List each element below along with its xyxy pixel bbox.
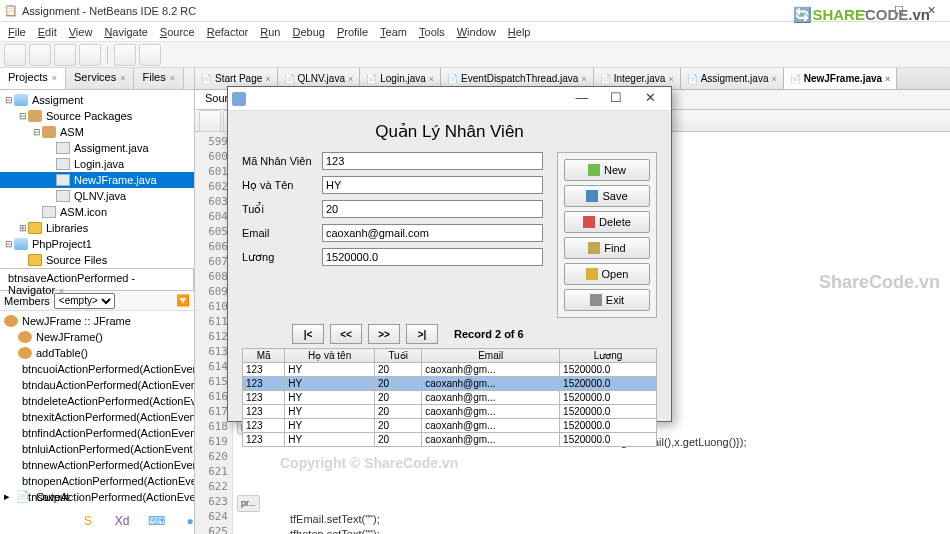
menu-navigate[interactable]: Navigate	[98, 24, 153, 40]
table-row[interactable]: 123HY20caoxanh@gm...1520000.0	[243, 363, 657, 377]
tree-item[interactable]: ⊟ASM	[0, 124, 194, 140]
dialog-button-panel: NewSaveDeleteFindOpenExit	[557, 152, 657, 318]
nav-item[interactable]: btnopenActionPerformed(ActionEvent evt)	[0, 473, 194, 489]
field-label: Lương	[242, 251, 322, 264]
new-file-button[interactable]	[4, 44, 26, 66]
table-row[interactable]: 123HY20caoxanh@gm...1520000.0	[243, 391, 657, 405]
nav-button[interactable]: <<	[330, 324, 362, 344]
dialog-icon	[232, 92, 246, 106]
taskbar-app-3[interactable]: ⌨	[140, 509, 172, 533]
menu-tools[interactable]: Tools	[413, 24, 451, 40]
menu-profile[interactable]: Profile	[331, 24, 374, 40]
nav-item[interactable]: btncuoiActionPerformed(ActionEvent evt)	[0, 361, 194, 377]
open-button[interactable]: Open	[564, 263, 650, 285]
panel-tab-services[interactable]: Services×	[66, 68, 134, 89]
table-row[interactable]: 123HY20caoxanh@gm...1520000.0	[243, 419, 657, 433]
table-header[interactable]: Mã	[243, 349, 285, 363]
exit-button[interactable]: Exit	[564, 289, 650, 311]
record-label: Record 2 of 6	[454, 328, 524, 340]
menu-debug[interactable]: Debug	[286, 24, 330, 40]
field-label: Mã Nhân Viên	[242, 155, 322, 167]
table-row[interactable]: 123HY20caoxanh@gm...1520000.0	[243, 405, 657, 419]
delete-button[interactable]: Delete	[564, 211, 650, 233]
taskbar-app-2[interactable]: Xd	[106, 509, 138, 533]
nav-button[interactable]: >>	[368, 324, 400, 344]
dialog-heading: Quản Lý Nhân Viên	[242, 121, 657, 142]
nav-item[interactable]: addTable()	[0, 345, 194, 361]
tree-item[interactable]: Assigment.java	[0, 140, 194, 156]
field-input[interactable]	[322, 248, 543, 266]
nav-item[interactable]: btnluiActionPerformed(ActionEvent evt)	[0, 441, 194, 457]
tree-item[interactable]: QLNV.java	[0, 188, 194, 204]
table-header[interactable]: Tuối	[374, 349, 421, 363]
nav-item[interactable]: NewJFrame :: JFrame	[0, 313, 194, 329]
window-title: Assignment - NetBeans IDE 8.2 RC	[22, 5, 852, 17]
new-button[interactable]: New	[564, 159, 650, 181]
employee-table[interactable]: MãHọ và tênTuốiEmailLương 123HY20caoxanh…	[242, 348, 657, 447]
panel-tab-files[interactable]: Files×	[134, 68, 184, 89]
save-all-button[interactable]	[79, 44, 101, 66]
menu-file[interactable]: File	[2, 24, 32, 40]
history-button[interactable]	[199, 110, 221, 132]
tree-item[interactable]: ASM.icon	[0, 204, 194, 220]
tree-item[interactable]: ⊞Libraries	[0, 220, 194, 236]
menu-source[interactable]: Source	[154, 24, 201, 40]
menu-run[interactable]: Run	[254, 24, 286, 40]
table-row[interactable]: 123HY20caoxanh@gm...1520000.0	[243, 377, 657, 391]
dialog-maximize[interactable]: ☐	[599, 89, 633, 109]
branding-logo: 🔄SHARECODE.vn	[793, 6, 930, 24]
nav-button[interactable]: >|	[406, 324, 438, 344]
find-button[interactable]: Find	[564, 237, 650, 259]
open-button[interactable]	[54, 44, 76, 66]
table-row[interactable]: 123HY20caoxanh@gm...1520000.0	[243, 433, 657, 447]
menu-team[interactable]: Team	[374, 24, 413, 40]
output-expand-icon[interactable]: ▸	[4, 490, 10, 503]
editor-tab[interactable]: 📄NewJFrame.java×	[784, 68, 898, 89]
field-input[interactable]	[322, 152, 543, 170]
new-project-button[interactable]	[29, 44, 51, 66]
menu-help[interactable]: Help	[502, 24, 537, 40]
redo-button[interactable]	[139, 44, 161, 66]
dialog-close[interactable]: ✕	[633, 89, 667, 109]
employee-dialog: — ☐ ✕ Quản Lý Nhân Viên Mã Nhân ViênHọ v…	[227, 86, 672, 422]
tree-item[interactable]: Source Files	[0, 252, 194, 268]
table-header[interactable]: Email	[422, 349, 560, 363]
nav-item[interactable]: btnfindActionPerformed(ActionEvent evt)	[0, 425, 194, 441]
menu-refactor[interactable]: Refactor	[201, 24, 255, 40]
start-button[interactable]: ⊞	[4, 509, 36, 533]
field-label: Tuổi	[242, 203, 322, 216]
tree-item[interactable]: Login.java	[0, 156, 194, 172]
nav-item[interactable]: btnnewActionPerformed(ActionEvent evt)	[0, 457, 194, 473]
taskbar-app-1[interactable]: S	[72, 509, 104, 533]
menu-edit[interactable]: Edit	[32, 24, 63, 40]
panel-tab-projects[interactable]: Projects×	[0, 68, 66, 89]
menu-view[interactable]: View	[63, 24, 99, 40]
table-header[interactable]: Lương	[560, 349, 657, 363]
tree-item[interactable]: ⊟Source Packages	[0, 108, 194, 124]
save-button[interactable]: Save	[564, 185, 650, 207]
undo-button[interactable]	[114, 44, 136, 66]
editor-tab[interactable]: 📄Assigment.java×	[681, 68, 784, 89]
field-input[interactable]	[322, 224, 543, 242]
navigator-tab[interactable]: btnsaveActionPerformed - Navigator×	[0, 269, 194, 290]
menubar: FileEditViewNavigateSourceRefactorRunDeb…	[0, 22, 950, 42]
output-label[interactable]: Output	[36, 491, 69, 503]
project-tree[interactable]: ⊟Assigment⊟Source Packages⊟ASMAssigment.…	[0, 90, 194, 268]
nav-item[interactable]: NewJFrame()	[0, 329, 194, 345]
nav-item[interactable]: btndeleteActionPerformed(ActionEvent evt…	[0, 393, 194, 409]
tree-item[interactable]: ⊟Assigment	[0, 92, 194, 108]
tree-item[interactable]: ⊟PhpProject1	[0, 236, 194, 252]
menu-window[interactable]: Window	[451, 24, 502, 40]
field-input[interactable]	[322, 200, 543, 218]
dialog-minimize[interactable]: —	[565, 89, 599, 109]
nav-item[interactable]: btndauActionPerformed(ActionEvent evt)	[0, 377, 194, 393]
tree-item[interactable]: NewJFrame.java	[0, 172, 194, 188]
field-input[interactable]	[322, 176, 543, 194]
nav-item[interactable]: btnexitActionPerformed(ActionEvent evt)	[0, 409, 194, 425]
field-label: Họ và Tên	[242, 179, 322, 192]
task-view[interactable]: ▭	[38, 509, 70, 533]
filter-icon[interactable]: 🔽	[176, 294, 190, 307]
table-header[interactable]: Họ và tên	[285, 349, 375, 363]
projects-panel: Projects×Services×Files× ⊟Assigment⊟Sour…	[0, 68, 194, 268]
nav-button[interactable]: |<	[292, 324, 324, 344]
